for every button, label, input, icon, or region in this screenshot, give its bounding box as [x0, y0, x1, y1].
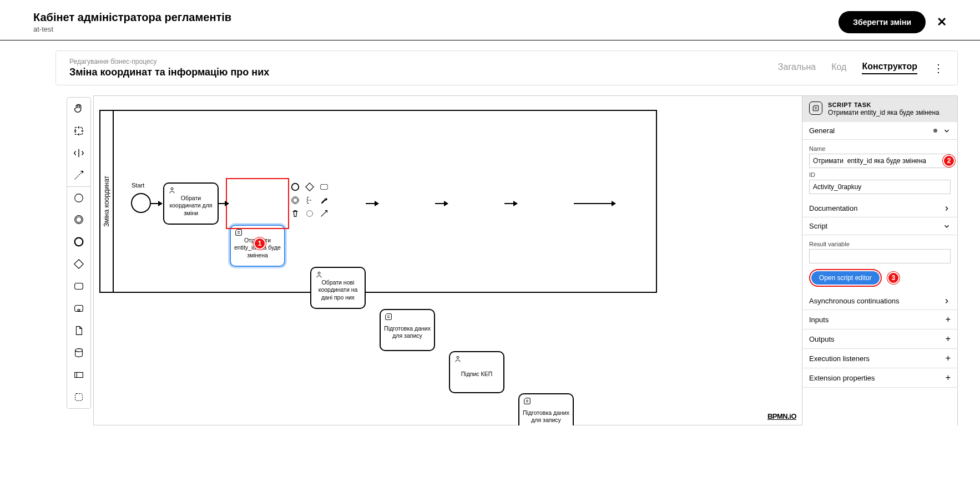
chevron-down-icon	[943, 127, 951, 135]
tool-intermediate-event[interactable]	[67, 209, 90, 231]
pool[interactable]: Зміна координат Start Обрати координати …	[99, 110, 657, 293]
section-async[interactable]: Asynchronous continuations	[802, 292, 957, 310]
ctx-intermediate-icon[interactable]	[290, 195, 300, 205]
tool-space[interactable]	[67, 142, 90, 164]
close-icon[interactable]: ✕	[937, 15, 947, 29]
task-sign-kep[interactable]: Підпис КЕП	[449, 351, 504, 393]
start-event[interactable]	[131, 193, 151, 213]
tabs: Загальна Код Конструктор ⋮	[778, 62, 944, 75]
sequence-flow[interactable]	[574, 203, 615, 204]
svg-point-3	[76, 217, 82, 222]
task-select-new-coords[interactable]: Обрати нові координати на дані про них	[310, 267, 366, 309]
svg-point-18	[457, 356, 459, 358]
plus-icon[interactable]: +	[946, 353, 951, 363]
tab-code[interactable]: Код	[831, 62, 846, 74]
user-task-icon	[315, 270, 324, 279]
section-inputs[interactable]: Inputs +	[802, 310, 957, 329]
tool-data-store[interactable]	[67, 342, 90, 364]
task-label: Підготовка даних для запису	[383, 325, 432, 339]
task-prepare-data-2[interactable]: Підготовка даних для запису	[518, 393, 574, 425]
script-task-icon	[384, 312, 393, 321]
element-name-label: Отримати entity_id яка буде змінена	[828, 109, 939, 116]
sequence-flow[interactable]	[435, 203, 448, 204]
header-right: Зберегти зміни ✕	[838, 11, 947, 33]
ctx-annotation-icon[interactable]	[305, 195, 315, 205]
ctx-connect-icon[interactable]	[319, 209, 329, 219]
id-input[interactable]	[809, 180, 951, 194]
tool-task[interactable]	[67, 275, 90, 297]
edit-header-left: Редагування бізнес-процесу Зміна координ…	[69, 58, 269, 78]
id-label: ID	[809, 171, 951, 178]
tool-hand[interactable]	[67, 98, 90, 120]
start-event-label: Start	[132, 182, 144, 189]
tool-start-event[interactable]	[67, 186, 90, 209]
element-type-label: SCRIPT TASK	[828, 102, 939, 108]
breadcrumb: Редагування бізнес-процесу	[69, 58, 269, 65]
ctx-boundary-icon[interactable]	[305, 209, 315, 219]
section-documentation[interactable]: Documentation	[802, 200, 957, 217]
svg-rect-13	[321, 185, 328, 190]
open-script-editor-button[interactable]: Open script editor	[811, 271, 880, 285]
result-var-input[interactable]	[809, 249, 951, 263]
props-header: SCRIPT TASK Отримати entity_id яка буде …	[802, 96, 957, 122]
modified-dot-icon	[933, 129, 937, 133]
callout-box-1	[226, 178, 289, 229]
task-select-coords[interactable]: Обрати координати для зміни	[163, 182, 219, 225]
tool-group[interactable]	[67, 386, 90, 408]
sequence-flow[interactable]	[366, 203, 378, 204]
bpmn-logo[interactable]: BPMN.iO	[767, 412, 796, 420]
tab-constructor[interactable]: Конструктор	[862, 62, 917, 74]
tab-general[interactable]: Загальна	[778, 62, 816, 74]
callout-box-3: Open script editor	[809, 269, 882, 287]
svg-rect-10	[75, 394, 83, 401]
ctx-end-event-icon[interactable]	[290, 182, 300, 192]
save-button[interactable]: Зберегти зміни	[838, 11, 926, 33]
user-task-icon	[453, 354, 462, 363]
tool-subprocess[interactable]	[67, 297, 90, 319]
ctx-delete-icon[interactable]	[290, 209, 300, 219]
canvas[interactable]: Зміна координат Start Обрати координати …	[93, 95, 958, 425]
svg-point-16	[307, 211, 313, 217]
section-outputs[interactable]: Outputs +	[802, 329, 957, 349]
chevron-right-icon	[943, 297, 951, 305]
process-title: Зміна координат та інформацію про них	[69, 67, 269, 78]
section-extension[interactable]: Extension properties +	[802, 368, 957, 388]
svg-point-11	[171, 187, 173, 190]
section-script[interactable]: Script	[802, 217, 957, 235]
tool-data-object[interactable]	[67, 319, 90, 342]
tool-lasso[interactable]	[67, 120, 90, 142]
ctx-gateway-icon[interactable]	[305, 182, 315, 192]
task-prepare-data-1[interactable]: Підготовка даних для запису	[380, 309, 435, 351]
tool-end-event[interactable]	[67, 231, 90, 253]
section-general[interactable]: General	[802, 122, 957, 140]
section-listeners[interactable]: Execution listeners +	[802, 349, 957, 368]
plus-icon[interactable]: +	[946, 334, 951, 344]
edit-header-panel: Редагування бізнес-процесу Зміна координ…	[55, 50, 958, 85]
script-task-icon	[234, 228, 243, 237]
callout-3: 3	[887, 272, 900, 284]
ctx-wrench-icon[interactable]	[319, 195, 329, 205]
plus-icon[interactable]: +	[946, 314, 951, 324]
app-title: Кабінет адміністратора регламентів	[33, 11, 231, 24]
ctx-task-icon[interactable]	[319, 182, 329, 192]
plus-icon[interactable]: +	[946, 373, 951, 383]
svg-rect-5	[75, 283, 83, 290]
task-label: Обрати координати для зміни	[166, 195, 215, 216]
user-task-icon	[168, 186, 176, 195]
callout-2: 2	[943, 155, 955, 167]
svg-rect-7	[78, 309, 80, 311]
sequence-flow[interactable]	[504, 203, 517, 204]
sequence-flow[interactable]	[151, 203, 162, 204]
header-left: Кабінет адміністратора регламентів at-te…	[33, 11, 231, 33]
tool-pool[interactable]	[67, 364, 90, 386]
callout-1: 1	[254, 237, 266, 250]
props-header-text: SCRIPT TASK Отримати entity_id яка буде …	[828, 102, 939, 116]
tool-connect[interactable]	[67, 164, 90, 186]
name-input[interactable]	[809, 154, 951, 168]
sequence-flow[interactable]	[219, 203, 229, 204]
svg-point-8	[75, 349, 83, 352]
kebab-menu-icon[interactable]: ⋮	[933, 62, 944, 75]
toolbox	[67, 97, 91, 409]
tool-gateway[interactable]	[67, 253, 90, 275]
lane-label: Зміна координат	[100, 111, 114, 292]
